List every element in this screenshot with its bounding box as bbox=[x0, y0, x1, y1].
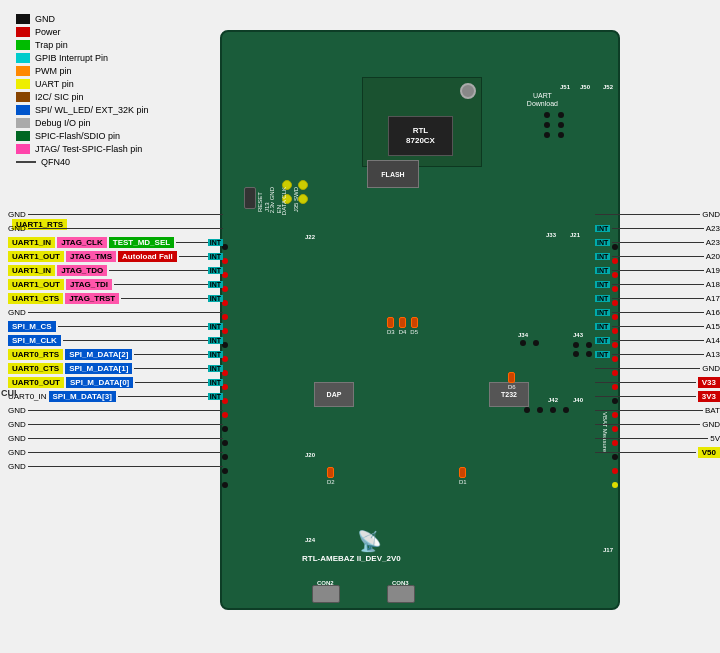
main-container: GND Power Trap pin GPIB Interrupt Pin PW… bbox=[0, 0, 720, 653]
left-schematic: GND GND UART1_IN JTAG_CLK TEST_MD_SEL IN… bbox=[8, 208, 223, 474]
row-a4-jtag-trst: UART1_CTS JTAG_TRST INT bbox=[8, 292, 223, 305]
row-gnd-b5: GND bbox=[8, 446, 223, 459]
r-int-a23b: INT bbox=[595, 239, 610, 246]
uart1-in-tag-1: UART1_IN bbox=[8, 237, 55, 248]
row-a3-jtag-tdi: UART1_OUT JTAG_TDI INT bbox=[8, 278, 223, 291]
rline-a20 bbox=[612, 256, 703, 257]
int-a0: INT bbox=[208, 239, 223, 246]
legend-label-jtag: JTAG/ Test-SPIC-Flash pin bbox=[35, 144, 142, 154]
led-d2-body bbox=[327, 467, 334, 478]
rline-gnd3 bbox=[595, 424, 700, 425]
led-d3 bbox=[387, 317, 394, 328]
int-a8: INT bbox=[208, 337, 223, 344]
rrow-a18: INT A18 bbox=[595, 278, 720, 291]
uart-dot3 bbox=[544, 122, 550, 128]
r-a23a-text: A23 bbox=[706, 224, 720, 233]
flash-chip: FLASH bbox=[367, 160, 419, 188]
uart-dot1 bbox=[544, 112, 550, 118]
r-int-a20: INT bbox=[595, 253, 610, 260]
rpin-5v bbox=[612, 468, 618, 474]
j35-swd-label: J35 SWD bbox=[293, 187, 299, 212]
legend-label-gnd: GND bbox=[35, 14, 55, 24]
legend-item-i2c: I2C/ SIC pin bbox=[16, 92, 149, 102]
spi-m-data1-tag: SPI_M_DATA[1] bbox=[65, 363, 132, 374]
gnd-mid-text: GND bbox=[8, 308, 26, 317]
rline-a19 bbox=[612, 270, 703, 271]
rline-a13 bbox=[612, 354, 703, 355]
j34-dot2 bbox=[533, 340, 539, 346]
legend-label-power: Power bbox=[35, 27, 61, 37]
row-gnd1: GND bbox=[8, 208, 223, 221]
row-gnd-mid: GND bbox=[8, 306, 223, 319]
row-gnd-b4: GND bbox=[8, 432, 223, 445]
r-a15-text: A15 bbox=[706, 322, 720, 331]
r-a14-text: A14 bbox=[706, 336, 720, 345]
line-a2 bbox=[109, 270, 208, 271]
uart-download-label: UARTDownload bbox=[527, 92, 558, 109]
led-dot-2 bbox=[298, 180, 308, 190]
j42-dot1 bbox=[524, 407, 530, 413]
legend-item-spic: SPIC-Flash/SDIO pin bbox=[16, 131, 149, 141]
j42-j40-dots bbox=[524, 407, 573, 413]
row-en: GND bbox=[8, 222, 223, 235]
rrow-a16: INT A16 bbox=[595, 306, 720, 319]
antenna-pad bbox=[460, 83, 476, 99]
j42-dot2 bbox=[537, 407, 543, 413]
int-a9: INT bbox=[208, 351, 223, 358]
wifi-logo: 📡 bbox=[357, 529, 382, 553]
led-d2: D2 bbox=[327, 467, 335, 485]
rrow-v50: V50 bbox=[595, 446, 720, 459]
r-a23b-text: A23 bbox=[706, 238, 720, 247]
r-a19-text: A19 bbox=[706, 266, 720, 275]
legend-item-pwm: PWM pin bbox=[16, 66, 149, 76]
line-a1 bbox=[179, 256, 208, 257]
rrow-a15: INT A15 bbox=[595, 320, 720, 333]
r-int-a13: INT bbox=[595, 351, 610, 358]
i2c-color bbox=[16, 92, 30, 102]
wifi-module: RTL8720CX bbox=[362, 77, 482, 167]
legend-label-spic: SPIC-Flash/SDIO pin bbox=[35, 131, 120, 141]
uart-download-dots bbox=[544, 112, 568, 138]
data-clk-label: DATA CLK bbox=[281, 187, 287, 215]
int-a11: INT bbox=[208, 379, 223, 386]
d3-label: D3 bbox=[387, 329, 395, 335]
rrow-a20: INT A20 bbox=[595, 250, 720, 263]
legend-item-uart: UART pin bbox=[16, 79, 149, 89]
spic-color bbox=[16, 131, 30, 141]
r-3v3a-text: V33 bbox=[698, 377, 720, 388]
r-bat-text: BAT bbox=[705, 406, 720, 415]
j43-dot2 bbox=[586, 342, 592, 348]
line-gnd-b5 bbox=[28, 452, 223, 453]
led-d6-body bbox=[508, 372, 515, 383]
r-v50-text: V50 bbox=[698, 447, 720, 458]
row-a1-jtag-tms: UART1_OUT JTAG_TMS Autoload Fail INT bbox=[8, 250, 223, 263]
j43-dot4 bbox=[586, 351, 592, 357]
rline-gnd2 bbox=[595, 368, 700, 369]
uart-dot4 bbox=[558, 122, 564, 128]
rrow-a23a: INT A23 bbox=[595, 222, 720, 235]
j34-dot1 bbox=[520, 340, 526, 346]
line-a0 bbox=[176, 242, 208, 243]
rrow-5v: 5V bbox=[595, 432, 720, 445]
led-d6: D6 bbox=[508, 372, 516, 390]
j51-label: J51 bbox=[560, 84, 570, 90]
legend-item-qfn40: QFN40 bbox=[16, 157, 149, 167]
line-a3 bbox=[114, 284, 208, 285]
jtag-clk-tag: JTAG_CLK bbox=[57, 237, 107, 248]
int-gnd-b1: INT bbox=[208, 393, 223, 400]
j43-dots bbox=[573, 342, 596, 357]
legend-label-uart: UART pin bbox=[35, 79, 74, 89]
reset-button[interactable] bbox=[244, 187, 256, 209]
j52-label: J52 bbox=[603, 84, 613, 90]
r-a20-text: A20 bbox=[706, 252, 720, 261]
legend-label-pwm: PWM pin bbox=[35, 66, 72, 76]
r-5v-text: 5V bbox=[710, 434, 720, 443]
pcb-board: RTL8720CX FLASH RESETJ13 2.3v GNDEN DATA… bbox=[220, 30, 620, 610]
j43-dot3 bbox=[573, 351, 579, 357]
rrow-3v3b: 3V3 bbox=[595, 390, 720, 403]
uart0-out-tag: UART0_OUT bbox=[8, 377, 64, 388]
led-d4 bbox=[399, 317, 406, 328]
line-gnd1 bbox=[28, 214, 223, 215]
gpib-color bbox=[16, 53, 30, 63]
uart0-cts-tag: UART0_CTS bbox=[8, 363, 63, 374]
